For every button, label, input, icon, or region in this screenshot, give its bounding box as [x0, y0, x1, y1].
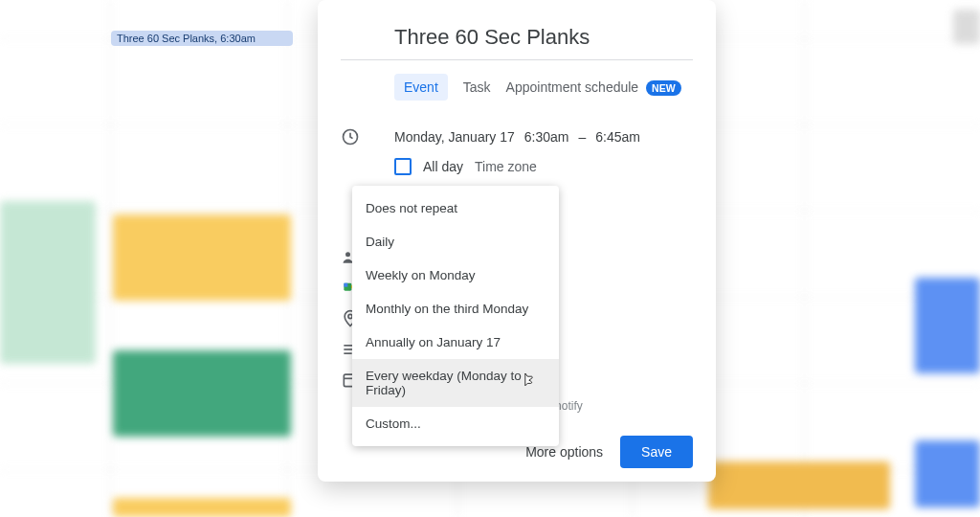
datetime-row[interactable]: Monday, January 176:30am–6:45am	[341, 122, 693, 152]
tab-appointment[interactable]: Appointment schedule NEW	[506, 79, 681, 95]
tab-event[interactable]: Event	[394, 74, 448, 101]
repeat-option-annually[interactable]: Annually on January 17	[352, 326, 559, 359]
repeat-option-weekdays[interactable]: Every weekday (Monday to Friday)	[352, 359, 559, 407]
allday-checkbox[interactable]	[394, 158, 412, 175]
svg-point-1	[345, 252, 350, 257]
new-badge: NEW	[646, 80, 681, 96]
clock-icon	[341, 127, 360, 146]
save-button[interactable]: Save	[620, 436, 693, 468]
repeat-option-daily[interactable]: Daily	[352, 225, 559, 258]
repeat-option-none[interactable]: Does not repeat	[352, 191, 559, 225]
allday-label: All day	[423, 159, 463, 174]
timezone-link[interactable]: Time zone	[475, 159, 537, 174]
event-title[interactable]: Three 60 Sec Planks	[341, 19, 693, 60]
event-type-tabs: Event Task Appointment schedule NEW	[341, 60, 693, 122]
more-options-button[interactable]: More options	[525, 444, 603, 460]
repeat-option-monthly[interactable]: Monthly on the third Monday	[352, 292, 559, 326]
tab-task[interactable]: Task	[463, 79, 491, 95]
repeat-option-weekly[interactable]: Weekly on Monday	[352, 258, 559, 292]
repeat-dropdown: Does not repeat Daily Weekly on Monday M…	[352, 186, 559, 446]
svg-rect-4	[344, 283, 347, 287]
calendar-event-chip[interactable]: Three 60 Sec Planks, 6:30am	[111, 31, 293, 46]
repeat-option-custom[interactable]: Custom...	[352, 407, 559, 440]
